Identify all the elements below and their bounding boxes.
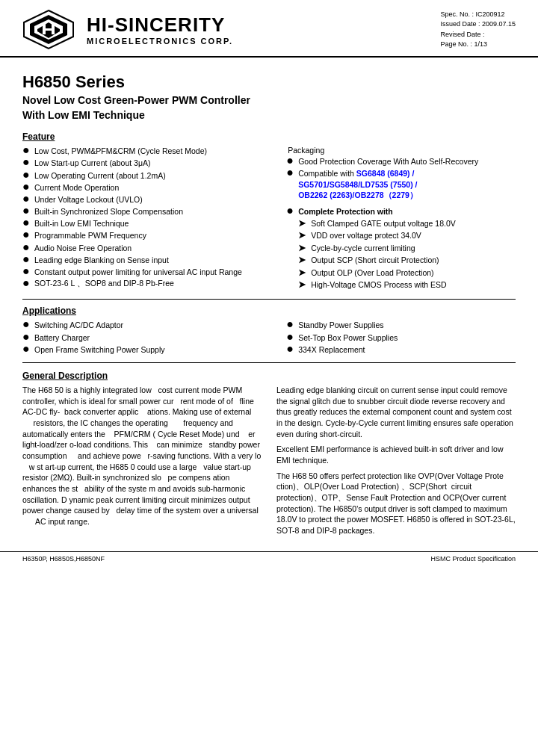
arrow-icon: ➤ <box>298 230 309 241</box>
bullet-icon: ● <box>286 205 295 217</box>
bullet-icon: ● <box>286 318 295 330</box>
page: HI-SINCERITY MICROELECTRONICS CORP. Spec… <box>0 0 538 756</box>
bullet-icon: ● <box>22 253 31 265</box>
arrow-icon: ➤ <box>298 279 309 290</box>
main-content: H6850 Series Novel Low Cost Green-Power … <box>0 58 538 544</box>
list-item-complete-protection: ● Complete Protection with ➤Soft Clamped… <box>286 206 516 292</box>
compatible-text-3: OB2262 (2263)/OB2278（2279） <box>298 190 418 199</box>
applications-right-col: ●Standby Power Supplies ●Set-Top Box Pow… <box>279 320 516 356</box>
arrow-icon: ➤ <box>298 267 309 278</box>
footer-right: HSMC Product Specification <box>430 555 516 563</box>
applications-columns: ●Switching AC/DC Adaptor ●Battery Charge… <box>22 320 516 356</box>
bullet-icon: ● <box>22 229 31 241</box>
list-item: ●Programmable PWM Frequency <box>22 230 271 241</box>
product-subtitle: Novel Low Cost Green-Power PWM Controlle… <box>22 93 516 123</box>
feature-columns: ●Low Cost, PWM&PFM&CRM (Cycle Reset Mode… <box>22 146 516 293</box>
feature-right-col: Packaging ●Good Protection Coverage With… <box>279 146 516 293</box>
list-item: ●Low Operating Current (about 1.2mA) <box>22 170 271 181</box>
list-item: ●Low Start-up Current (about 3μA) <box>22 158 271 168</box>
description-left-text: The H68 50 is a highly integrated low co… <box>22 385 262 527</box>
applications-left-list: ●Switching AC/DC Adaptor ●Battery Charge… <box>22 320 271 355</box>
list-item: ●Constant output power limiting for univ… <box>22 267 271 277</box>
bullet-icon: ● <box>286 167 295 179</box>
list-item: ●Set-Top Box Power Supplies <box>286 332 516 343</box>
arrow-icon: ➤ <box>298 218 309 229</box>
description-columns: The H68 50 is a highly integrated low co… <box>22 385 516 536</box>
feature-heading: Feature <box>22 131 516 142</box>
footer: H6350P, H6850S,H6850NF HSMC Product Spec… <box>0 551 538 566</box>
bullet-icon: ● <box>22 193 31 205</box>
description-right-text-3: The H68 50 offers perfect protection lik… <box>276 471 516 536</box>
list-item: ●Under Voltage Lockout (UVLO) <box>22 194 271 205</box>
bullet-icon: ● <box>22 277 31 289</box>
list-item-compatible: ● Compatible with SG6848 (6849) / SG5701… <box>286 168 516 200</box>
general-description-heading: General Description <box>22 371 516 381</box>
list-item-audio-noise: ●Audio Noise Free Operation <box>22 243 271 253</box>
subtitle-line1: Novel Low Cost Green-Power PWM Controlle… <box>22 93 516 108</box>
list-item: ●Low Cost, PWM&PFM&CRM (Cycle Reset Mode… <box>22 146 271 156</box>
issued-date: Issued Date : 2009.07.15 <box>440 19 516 30</box>
page-no: Page No. : 1/13 <box>440 40 516 50</box>
packaging-list: ●Good Protection Coverage With Auto Self… <box>286 156 516 200</box>
header-spec-info: Spec. No. : IC200912 Issued Date : 2009.… <box>440 10 516 50</box>
list-item: ➤Cycle-by-cycle current limiting <box>298 243 516 253</box>
packaging-label: Packaging <box>286 146 516 155</box>
list-item-packaging: ●Good Protection Coverage With Auto Self… <box>286 156 516 167</box>
arrow-icon: ➤ <box>298 255 309 265</box>
list-item: ➤Soft Clamped GATE output voltage 18.0V <box>298 218 516 229</box>
bullet-icon: ● <box>22 144 31 156</box>
list-item: ●Battery Charger <box>22 332 271 343</box>
compatible-label: Compatible with <box>298 169 354 178</box>
product-series-title: H6850 Series <box>22 72 516 92</box>
description-left-col: The H68 50 is a highly integrated low co… <box>22 385 262 536</box>
sot-line: ● SOT-23-6 L 、SOP8 and DIP-8 Pb-Free <box>22 279 271 289</box>
company-name-sub: MICROELECTRONICS CORP. <box>87 37 233 46</box>
list-item: ➤VDD over voltage protect 34.0V <box>298 230 516 241</box>
bullet-icon: ● <box>286 343 295 355</box>
list-item: ●Built-in Synchronized Slope Compensatio… <box>22 206 271 217</box>
bullet-icon: ● <box>22 343 31 355</box>
divider-1 <box>22 299 516 300</box>
subtitle-line2: With Low EMI Technique <box>22 108 516 123</box>
description-right-col: Leading edge blanking circuit on current… <box>276 385 516 536</box>
general-description-section: General Description The H68 50 is a high… <box>22 371 516 536</box>
protection-sublist: ➤Soft Clamped GATE output voltage 18.0V … <box>298 218 516 290</box>
list-item: ●334X Replacement <box>286 344 516 355</box>
bullet-icon: ● <box>22 318 31 330</box>
revised-date: Revised Date : <box>440 30 516 40</box>
list-item: ●Current Mode Operation <box>22 182 271 193</box>
list-item: ●Built-in Low EMI Technique <box>22 218 271 229</box>
applications-heading: Applications <box>22 306 516 316</box>
applications-right-list: ●Standby Power Supplies ●Set-Top Box Pow… <box>286 320 516 355</box>
applications-section: Applications ●Switching AC/DC Adaptor ●B… <box>22 306 516 356</box>
list-item: ●Open Frame Switching Power Supply <box>22 344 271 355</box>
bullet-icon: ● <box>22 181 31 193</box>
description-right-text-2: Excellent EMI performance is achieved bu… <box>276 444 516 465</box>
list-item: ●Standby Power Supplies <box>286 320 516 330</box>
list-item: ●Switching AC/DC Adaptor <box>22 320 271 330</box>
list-item: ➤Output SCP (Short circuit Protection) <box>298 255 516 265</box>
description-right-text-1: Leading edge blanking circuit on current… <box>276 385 516 439</box>
bullet-icon: ● <box>22 169 31 181</box>
footer-left: H6350P, H6850S,H6850NF <box>22 555 105 563</box>
bullet-icon: ● <box>22 156 31 168</box>
list-item: ●Leading edge Blanking on Sense input <box>22 255 271 265</box>
bullet-icon: ● <box>286 155 295 167</box>
sot-text: SOT-23-6 L 、SOP8 and DIP-8 Pb-Free <box>34 279 174 289</box>
divider-2 <box>22 362 516 363</box>
bullet-icon: ● <box>22 265 31 277</box>
feature-left-list: ●Low Cost, PWM&PFM&CRM (Cycle Reset Mode… <box>22 146 271 277</box>
header-left: HI-SINCERITY MICROELECTRONICS CORP. <box>22 9 233 50</box>
complete-protection-list: ● Complete Protection with ➤Soft Clamped… <box>286 206 516 292</box>
company-logo <box>22 9 75 50</box>
compatible-text-1: SG6848 (6849) / <box>356 169 415 178</box>
applications-left-col: ●Switching AC/DC Adaptor ●Battery Charge… <box>22 320 279 356</box>
company-name-block: HI-SINCERITY MICROELECTRONICS CORP. <box>87 13 233 46</box>
compatible-text-2: SG5701/SG5848/LD7535 (7550) / <box>298 180 417 189</box>
bullet-icon: ● <box>22 331 31 343</box>
bullet-icon: ● <box>22 241 31 253</box>
arrow-icon: ➤ <box>298 243 309 253</box>
complete-protection-heading: Complete Protection with ➤Soft Clamped G… <box>298 206 516 292</box>
feature-left-col: ●Low Cost, PWM&PFM&CRM (Cycle Reset Mode… <box>22 146 279 293</box>
list-item: ➤High-Voltage CMOS Process with ESD <box>298 279 516 290</box>
